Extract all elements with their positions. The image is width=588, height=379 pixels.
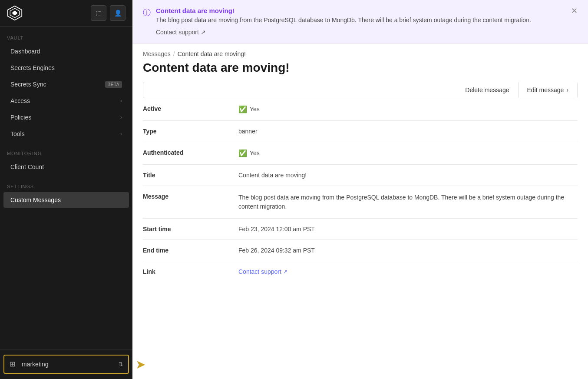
detail-value: ✅ Yes: [238, 105, 578, 113]
breadcrumb-separator: /: [173, 50, 175, 57]
terminal-button[interactable]: ⬚: [91, 5, 106, 21]
sidebar-item-label: Secrets Sync: [10, 81, 46, 88]
monitoring-section-label: Monitoring: [0, 142, 132, 159]
external-link-icon: ↗: [201, 29, 206, 36]
vault-logo: [7, 5, 23, 21]
detail-value: Feb 26, 2024 09:32 am PST: [238, 247, 578, 254]
sidebar-icon-group: ⬚ 👤: [91, 5, 126, 21]
sidebar-item-label: Policies: [10, 114, 31, 121]
detail-label: Type: [143, 128, 238, 135]
detail-row-message: Message The blog post data are moving fr…: [143, 186, 578, 219]
detail-row-link: Link Contact support ↗: [143, 261, 578, 282]
sidebar-item-label: Secrets Engines: [10, 64, 55, 71]
page-title: Content data are moving!: [143, 61, 578, 75]
detail-label: Active: [143, 105, 238, 112]
org-name: marketing: [22, 361, 115, 368]
svg-marker-2: [13, 11, 17, 16]
sidebar-item-dashboard[interactable]: Dashboard: [3, 43, 129, 59]
detail-label: End time: [143, 247, 238, 254]
sidebar-item-label: Custom Messages: [10, 196, 61, 203]
detail-row-type: Type banner: [143, 121, 578, 142]
detail-label: Start time: [143, 226, 238, 233]
detail-row-start-time: Start time Feb 23, 2024 12:00 am PST: [143, 219, 578, 240]
detail-row-authenticated: Authenticated ✅ Yes: [143, 142, 578, 165]
chevron-right-icon: ›: [120, 98, 122, 104]
announcement-banner: ⓘ Content data are moving! The blog post…: [132, 0, 588, 43]
banner-contact-support-link[interactable]: Contact support ↗: [156, 29, 206, 36]
detail-row-active: Active ✅ Yes: [143, 98, 578, 121]
page-content: Messages / Content data are moving! Cont…: [132, 43, 588, 379]
chevron-up-down-icon: ⇅: [119, 361, 123, 367]
info-circle-icon: ⓘ: [143, 7, 151, 18]
org-selector[interactable]: ⊞ marketing ⇅ ➤: [3, 355, 129, 374]
sidebar-item-policies[interactable]: Policies ›: [3, 110, 129, 125]
main-content: ⓘ Content data are moving! The blog post…: [132, 0, 588, 379]
user-icon: 👤: [114, 10, 122, 17]
sidebar-item-label: Client Count: [10, 163, 44, 170]
check-circle-icon: ✅: [238, 105, 247, 113]
banner-content: Content data are moving! The blog post d…: [156, 7, 566, 36]
edit-message-button[interactable]: Edit message ›: [518, 82, 578, 98]
detail-value: Content data are moving!: [238, 172, 578, 179]
sidebar: ⬚ 👤 Vault Dashboard Secrets Engines Secr…: [0, 0, 132, 379]
detail-value: Feb 23, 2024 12:00 am PST: [238, 226, 578, 233]
chevron-right-icon: ›: [120, 114, 122, 120]
sidebar-item-client-count[interactable]: Client Count: [3, 159, 129, 175]
user-button[interactable]: 👤: [110, 5, 126, 21]
detail-row-end-time: End time Feb 26, 2024 09:32 am PST: [143, 240, 578, 261]
sidebar-item-secrets-sync[interactable]: Secrets Sync Beta: [3, 76, 129, 92]
action-bar: Delete message Edit message ›: [143, 82, 578, 98]
chevron-right-icon: ›: [566, 86, 568, 93]
sidebar-item-tools[interactable]: Tools ›: [3, 126, 129, 142]
sidebar-bottom: ⊞ marketing ⇅ ➤: [0, 349, 132, 379]
sidebar-item-label: Dashboard: [10, 48, 40, 55]
detail-value: The blog post data are moving from the P…: [238, 193, 578, 211]
delete-message-button[interactable]: Delete message: [456, 82, 518, 98]
settings-section-label: Settings: [0, 175, 132, 192]
detail-value: Contact support ↗: [238, 268, 578, 275]
beta-badge: Beta: [105, 81, 122, 88]
arrow-indicator: ➤: [135, 357, 145, 372]
detail-label: Title: [143, 172, 238, 179]
check-circle-icon: ✅: [238, 149, 247, 157]
vault-section-label: Vault: [0, 27, 132, 43]
contact-support-link[interactable]: Contact support ↗: [238, 268, 287, 275]
detail-table: Active ✅ Yes Type banner Authenticated ✅…: [143, 98, 578, 282]
detail-label: Message: [143, 193, 238, 200]
sidebar-item-label: Access: [10, 97, 30, 104]
sidebar-item-label: Tools: [10, 130, 25, 137]
sidebar-item-custom-messages[interactable]: Custom Messages: [3, 192, 129, 208]
sidebar-item-secrets-engines[interactable]: Secrets Engines: [3, 60, 129, 76]
detail-label: Authenticated: [143, 149, 238, 156]
banner-title: Content data are moving!: [156, 7, 566, 14]
external-link-icon: ↗: [283, 269, 287, 275]
breadcrumb-parent[interactable]: Messages: [143, 50, 171, 57]
detail-value: banner: [238, 128, 578, 135]
detail-value: ✅ Yes: [238, 149, 578, 157]
detail-label: Link: [143, 268, 238, 275]
terminal-icon: ⬚: [96, 10, 102, 17]
breadcrumb: Messages / Content data are moving!: [143, 43, 578, 61]
org-icon: ⊞: [10, 360, 18, 369]
chevron-right-icon: ›: [120, 131, 122, 137]
banner-text: The blog post data are moving from the P…: [156, 16, 566, 25]
breadcrumb-current: Content data are moving!: [178, 50, 246, 57]
detail-row-title: Title Content data are moving!: [143, 165, 578, 186]
banner-close-button[interactable]: ✕: [571, 7, 578, 15]
sidebar-item-access[interactable]: Access ›: [3, 93, 129, 109]
sidebar-header: ⬚ 👤: [0, 0, 132, 27]
